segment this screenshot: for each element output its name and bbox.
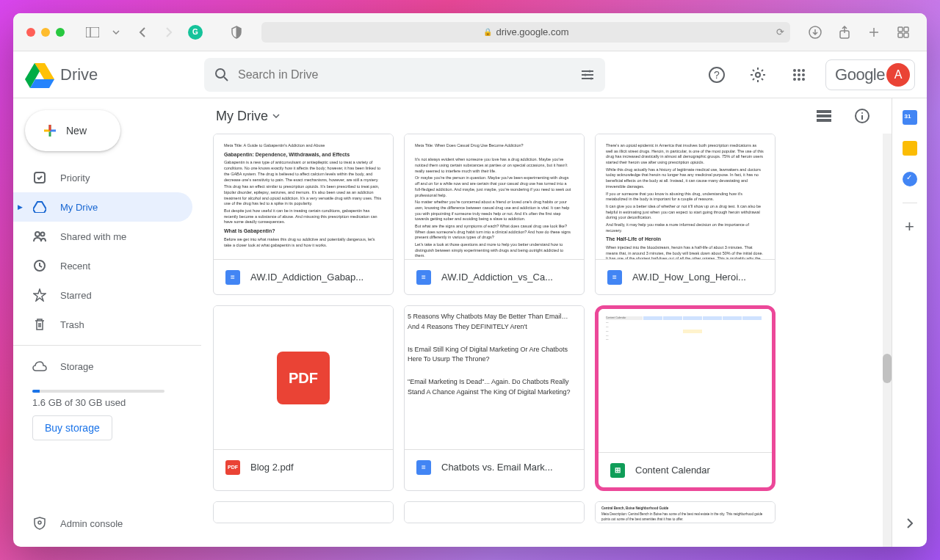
caret-icon: ▶ xyxy=(18,203,23,211)
list-view-icon[interactable] xyxy=(809,101,839,131)
addons-plus-icon[interactable]: + xyxy=(903,219,917,234)
file-name: AW.ID_How_Long_Heroi... xyxy=(632,272,746,283)
docs-icon: ≡ xyxy=(416,460,431,475)
clock-icon xyxy=(32,259,47,272)
toolbar-dropdown-icon[interactable] xyxy=(106,22,126,43)
side-panel: + xyxy=(892,98,927,547)
minimize-window[interactable] xyxy=(41,28,50,37)
url-text: drive.google.com xyxy=(496,26,569,37)
svg-point-17 xyxy=(798,69,800,72)
search-bar[interactable] xyxy=(204,58,605,92)
downloads-icon[interactable] xyxy=(805,22,825,43)
url-bar[interactable]: 🔒 drive.google.com ⟳ xyxy=(261,22,790,43)
file-thumbnail: 5 Reasons Why Chatbots May Be Better Tha… xyxy=(405,306,584,449)
file-name: Content Calendar xyxy=(635,465,710,476)
file-card[interactable]: There's an opioid epidemic in America th… xyxy=(595,134,776,295)
svg-rect-4 xyxy=(898,27,903,32)
svg-point-21 xyxy=(802,73,805,76)
plus-icon xyxy=(40,122,57,139)
file-card[interactable] xyxy=(213,501,394,523)
maximize-window[interactable] xyxy=(56,28,65,37)
svg-point-29 xyxy=(38,521,41,524)
drive-icon xyxy=(32,201,47,213)
breadcrumb[interactable]: My Drive xyxy=(216,109,280,124)
file-card[interactable] xyxy=(404,501,585,523)
nav-trash[interactable]: Trash xyxy=(13,310,192,339)
shield-icon[interactable] xyxy=(226,22,247,43)
nav-label: Trash xyxy=(60,319,84,330)
buy-storage-button[interactable]: Buy storage xyxy=(32,415,112,440)
svg-point-19 xyxy=(793,73,796,76)
file-thumbnail xyxy=(214,502,393,523)
nav-priority[interactable]: Priority xyxy=(13,163,192,192)
svg-point-11 xyxy=(585,73,587,76)
collapse-panel-icon[interactable] xyxy=(898,512,922,535)
nav-label: Shared with me xyxy=(60,231,126,242)
svg-rect-35 xyxy=(861,115,863,120)
search-icon xyxy=(214,68,229,82)
file-card[interactable]: PDF PDFBlog 2.pdf xyxy=(213,305,394,491)
back-button[interactable] xyxy=(132,22,153,43)
docs-icon: ≡ xyxy=(607,270,622,285)
nav-label: Storage xyxy=(60,361,94,372)
browser-titlebar: G 🔒 drive.google.com ⟳ xyxy=(13,13,927,51)
nav-admin[interactable]: Admin console xyxy=(13,509,192,538)
nav-storage[interactable]: Storage xyxy=(13,352,192,381)
file-card[interactable]: 5 Reasons Why Chatbots May Be Better Tha… xyxy=(404,305,585,491)
cloud-icon xyxy=(32,361,47,371)
tab-overview-icon[interactable] xyxy=(893,22,914,43)
calendar-icon[interactable] xyxy=(903,110,917,125)
nav-label: Admin console xyxy=(60,518,123,529)
keep-icon[interactable] xyxy=(903,141,917,156)
admin-icon xyxy=(32,517,47,530)
svg-rect-31 xyxy=(817,114,831,117)
chevron-down-icon xyxy=(272,114,280,118)
info-icon[interactable] xyxy=(847,101,877,131)
nav-recent[interactable]: Recent xyxy=(13,251,192,280)
file-card[interactable]: Meta Title: When Does Casual Drug Use Be… xyxy=(404,134,585,295)
drive-logo[interactable]: Drive xyxy=(25,62,198,88)
reload-icon[interactable]: ⟳ xyxy=(776,26,784,37)
file-card[interactable]: Central Bench, Boise Neighborhood Guide … xyxy=(595,501,776,523)
file-thumbnail: There's an opioid epidemic in America th… xyxy=(596,134,775,259)
apps-icon[interactable] xyxy=(784,60,814,90)
nav-my-drive[interactable]: ▶ My Drive xyxy=(13,192,192,222)
search-input[interactable] xyxy=(238,68,571,81)
grammarly-extension-icon[interactable]: G xyxy=(185,22,206,43)
app-header: Drive ? Google A xyxy=(13,51,927,98)
svg-point-22 xyxy=(793,78,796,81)
forward-button[interactable] xyxy=(159,22,179,43)
sidebar-toggle-icon[interactable] xyxy=(82,22,103,43)
svg-point-26 xyxy=(35,232,40,236)
search-options-icon[interactable] xyxy=(580,68,595,82)
main-content: My Drive Meta Title: A Guide to xyxy=(201,98,892,547)
tasks-icon[interactable] xyxy=(903,172,917,186)
star-icon xyxy=(32,288,47,302)
file-card[interactable]: Meta Title: A Guide to Gabapentin's Addi… xyxy=(213,134,394,295)
nav-starred[interactable]: Starred xyxy=(13,280,192,310)
settings-icon[interactable] xyxy=(743,60,773,90)
new-button[interactable]: New xyxy=(25,110,120,151)
account-chip[interactable]: Google A xyxy=(825,59,915,90)
svg-rect-0 xyxy=(86,27,99,37)
scrollbar[interactable] xyxy=(883,134,892,547)
sidebar: New Priority ▶ My Drive Shared with me xyxy=(13,98,201,547)
people-icon xyxy=(32,230,47,242)
file-thumbnail: PDF xyxy=(214,306,393,449)
close-window[interactable] xyxy=(26,28,35,37)
support-icon[interactable]: ? xyxy=(702,60,731,90)
share-icon[interactable] xyxy=(834,22,855,43)
app-name: Drive xyxy=(60,65,98,84)
new-tab-icon[interactable] xyxy=(864,22,884,43)
scrollbar-thumb[interactable] xyxy=(883,354,892,383)
nav-shared[interactable]: Shared with me xyxy=(13,222,192,251)
window-controls xyxy=(26,28,65,37)
docs-icon: ≡ xyxy=(416,270,431,285)
storage-bar xyxy=(32,390,164,393)
svg-text:?: ? xyxy=(714,69,720,81)
svg-point-20 xyxy=(798,73,800,76)
nav-label: Priority xyxy=(60,172,90,183)
svg-rect-5 xyxy=(904,27,908,32)
nav-label: Starred xyxy=(60,290,92,301)
file-card-highlighted[interactable]: Content Calendar — — — — — ⊞Content xyxy=(595,305,776,491)
